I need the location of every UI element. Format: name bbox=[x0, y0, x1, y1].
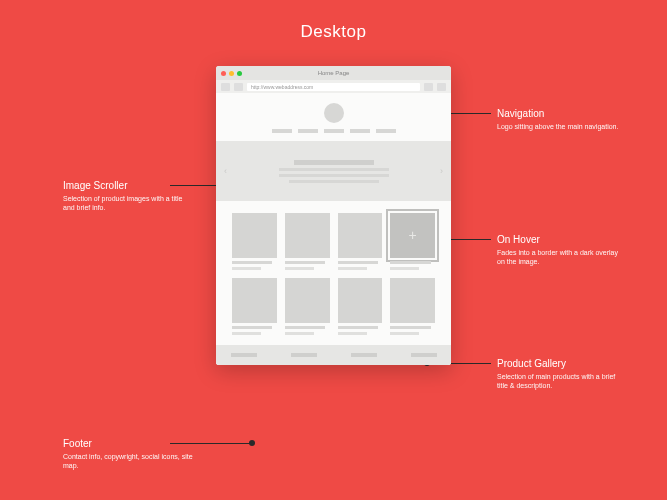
chevron-right-icon[interactable]: › bbox=[440, 166, 443, 176]
product-card[interactable] bbox=[232, 278, 277, 335]
annotation-navigation: Navigation Logo sitting above the main n… bbox=[497, 108, 627, 131]
product-card[interactable] bbox=[338, 213, 383, 270]
logo[interactable] bbox=[324, 103, 344, 123]
nav-link[interactable] bbox=[324, 129, 344, 133]
window-titlebar: Home Page bbox=[216, 66, 451, 80]
product-desc-placeholder bbox=[338, 332, 367, 335]
slide-title-placeholder bbox=[294, 160, 374, 165]
annotation-title: Product Gallery bbox=[497, 358, 627, 369]
product-thumb bbox=[390, 278, 435, 323]
product-desc-placeholder bbox=[390, 267, 419, 270]
footer-column[interactable] bbox=[411, 353, 437, 357]
connector-line bbox=[170, 443, 252, 444]
product-desc-placeholder bbox=[338, 267, 367, 270]
slide bbox=[279, 160, 389, 183]
annotation-product-gallery: Product Gallery Selection of main produc… bbox=[497, 358, 627, 391]
nav-link[interactable] bbox=[376, 129, 396, 133]
slide-text-placeholder bbox=[279, 168, 389, 171]
product-thumb bbox=[338, 213, 383, 258]
annotation-desc: Selection of main products with a brief … bbox=[497, 372, 627, 391]
window-title: Home Page bbox=[216, 70, 451, 76]
plus-icon: + bbox=[409, 227, 417, 243]
url-field[interactable]: http://www.webaddress.com bbox=[247, 83, 420, 91]
image-scroller: ‹ › bbox=[216, 141, 451, 201]
back-button[interactable] bbox=[221, 83, 230, 91]
menu-button[interactable] bbox=[437, 83, 446, 91]
product-thumb bbox=[232, 213, 277, 258]
product-thumb bbox=[232, 278, 277, 323]
browser-window: Home Page http://www.webaddress.com ‹ bbox=[216, 66, 451, 365]
product-title-placeholder bbox=[338, 261, 378, 264]
site-footer bbox=[216, 345, 451, 365]
product-desc-placeholder bbox=[390, 332, 419, 335]
product-title-placeholder bbox=[232, 326, 272, 329]
footer-column[interactable] bbox=[231, 353, 257, 357]
bookmark-button[interactable] bbox=[424, 83, 433, 91]
slide-text-placeholder bbox=[279, 174, 389, 177]
annotation-desc: Selection of product images with a title… bbox=[63, 194, 193, 213]
product-gallery: + bbox=[216, 201, 451, 345]
product-card[interactable] bbox=[232, 213, 277, 270]
footer-column[interactable] bbox=[291, 353, 317, 357]
product-card-hover[interactable]: + bbox=[390, 213, 435, 270]
main-nav bbox=[272, 129, 396, 133]
product-title-placeholder bbox=[285, 261, 325, 264]
annotation-on-hover: On Hover Fades into a border with a dark… bbox=[497, 234, 627, 267]
product-card[interactable] bbox=[285, 213, 330, 270]
nav-link[interactable] bbox=[350, 129, 370, 133]
product-thumb bbox=[285, 213, 330, 258]
annotation-desc: Fades into a border with a dark overlay … bbox=[497, 248, 627, 267]
site-header bbox=[216, 93, 451, 141]
url-bar: http://www.webaddress.com bbox=[216, 80, 451, 93]
footer-column[interactable] bbox=[351, 353, 377, 357]
annotation-title: Navigation bbox=[497, 108, 627, 119]
product-desc-placeholder bbox=[232, 267, 261, 270]
product-card[interactable] bbox=[390, 278, 435, 335]
product-title-placeholder bbox=[338, 326, 378, 329]
annotation-title: On Hover bbox=[497, 234, 627, 245]
product-desc-placeholder bbox=[285, 267, 314, 270]
product-title-placeholder bbox=[232, 261, 272, 264]
annotation-desc: Logo sitting above the main navigation. bbox=[497, 122, 627, 131]
product-thumb-hover: + bbox=[390, 213, 435, 258]
product-title-placeholder bbox=[390, 326, 430, 329]
page-body: ‹ › bbox=[216, 93, 451, 365]
slide-text-placeholder bbox=[289, 180, 379, 183]
annotation-desc: Contact info, copywright, social icons, … bbox=[63, 452, 193, 471]
nav-link[interactable] bbox=[298, 129, 318, 133]
product-thumb bbox=[285, 278, 330, 323]
product-desc-placeholder bbox=[232, 332, 261, 335]
chevron-left-icon[interactable]: ‹ bbox=[224, 166, 227, 176]
page-title: Desktop bbox=[0, 22, 667, 42]
product-title-placeholder bbox=[285, 326, 325, 329]
product-thumb bbox=[338, 278, 383, 323]
product-title-placeholder bbox=[390, 261, 430, 264]
nav-link[interactable] bbox=[272, 129, 292, 133]
forward-button[interactable] bbox=[234, 83, 243, 91]
product-desc-placeholder bbox=[285, 332, 314, 335]
product-card[interactable] bbox=[285, 278, 330, 335]
product-card[interactable] bbox=[338, 278, 383, 335]
